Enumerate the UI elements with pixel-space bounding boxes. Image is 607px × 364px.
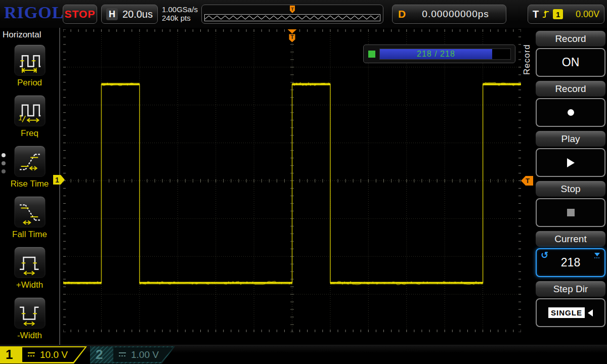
rise-time-button[interactable] [14,146,46,177]
trigger-position-icon: T [289,6,296,16]
menu-item-label: -Width [0,331,59,341]
menu-item-label: Period [0,78,59,88]
delay-label: D [398,8,406,20]
rigol-logo: RIGOL [4,3,64,22]
softkey-label: Play [536,131,605,147]
minus-width-button[interactable] [14,297,46,329]
trigger-source-badge: 1 [553,9,563,19]
run-state-indicator: STOP [63,5,97,24]
current-frame-value: 218 [561,256,580,269]
softkey-label: Stop [536,181,605,197]
channel1-number: 1 [6,347,13,362]
channel2-badge[interactable]: 2 1.00 V [90,346,175,363]
fall-time-icon [17,199,42,224]
channel1-scale: 10.0 V [40,349,68,360]
page-indicator-dot [2,161,6,165]
sample-rate: 1.00GSa/s [162,5,198,14]
waveform-preview: T [201,5,383,24]
channel1-badge[interactable]: 1 10.0 V [0,346,87,363]
plus-width-icon [17,250,42,275]
channel1-readout: 10.0 V [22,347,85,362]
channel2-number: 2 [96,347,103,362]
left-menu-title: Horizontal [3,30,41,40]
freq-button[interactable]: 1 [14,95,46,126]
recording-indicator [368,51,375,58]
menu-item-label: Freq [0,128,59,139]
period-button[interactable] [14,44,46,76]
trigger-label: T [533,9,539,20]
softkey-label: Step Dir [536,281,605,297]
svg-text:1: 1 [55,176,59,184]
left-arrow-icon [588,309,593,316]
knob-loop-icon: ↺ [541,250,548,261]
svg-text:T: T [526,177,530,185]
svg-text:T: T [290,34,294,40]
step-dir-button[interactable]: SINGLE [536,298,605,327]
menu-item-fall-time: Fall Time [0,196,59,240]
softkey-step-dir: Step Dir SINGLE [536,281,605,327]
softkey-record: Record [536,81,605,127]
record-button[interactable] [536,98,605,127]
run-state-label: STOP [65,8,96,20]
menu-item-label: Rise Time [0,179,59,189]
horizontal-measure-menu: Horizontal Period 1 [0,28,60,345]
timebase-chip: H 20.0us [101,5,158,24]
record-onoff-button[interactable]: ON [536,48,605,77]
menu-item-rise-time: Rise Time [0,146,59,189]
page-indicator-dot [2,153,6,157]
softkey-value: ON [562,56,580,69]
rising-edge-icon [542,10,549,19]
channel2-scale: 1.00 V [131,349,159,360]
set-value-icon [593,252,601,259]
menu-item-plus-width: +Width [0,247,59,290]
delay-value: 0.00000000ps [411,9,500,20]
graticule: 218 / 218 [63,29,521,332]
stop-icon [567,209,575,216]
horizontal-label: H [106,8,118,20]
softkey-label: Record [536,81,605,97]
period-icon [17,48,42,73]
record-menu: Record ON Record Play Stop Current [534,28,607,345]
softkey-stop: Stop [536,181,605,227]
softkey-label: Current [536,231,605,247]
channel1-level-marker: 1 [53,175,65,187]
acquisition-info: 1.00GSa/s 240k pts [162,5,198,22]
menu-item-label: Fall Time [0,230,59,240]
page-indicator-dot [2,169,6,173]
menu-item-label: +Width [0,280,59,290]
record-dot-icon [568,109,574,116]
rise-time-icon [17,149,42,174]
fall-time-button[interactable] [14,196,46,228]
dc-coupling-icon [27,351,36,358]
memory-depth: 240k pts [162,14,198,22]
play-icon [567,158,575,167]
progress-bar: 218 / 218 [379,49,511,60]
trigger-level-value: 0.00V [567,9,599,20]
trigger-position-marker: T [287,29,297,45]
svg-text:T: T [291,7,294,12]
trigger-chip: T 1 0.00V [528,5,604,24]
stop-button[interactable] [536,198,605,227]
menu-item-period: Period [0,44,59,88]
freq-icon: 1 [17,98,42,123]
plus-width-button[interactable] [14,247,46,278]
waveform-plot [63,29,521,332]
delay-chip: D 0.00000000ps [392,5,506,24]
softkey-current: Current ↺ 218 [536,231,605,277]
status-bar: 1 10.0 V 2 1.00 V [0,345,607,364]
progress-fill: 218 / 218 [380,49,492,59]
step-dir-value: SINGLE [548,307,585,318]
softkey-record-onoff: Record ON [536,31,605,77]
trigger-level-marker: T [521,176,533,188]
current-frame-field[interactable]: ↺ 218 [536,248,605,277]
progress-text: 218 / 218 [417,50,455,59]
minus-width-icon [17,300,42,326]
play-button[interactable] [536,148,605,177]
svg-text:1: 1 [18,114,22,122]
menu-item-freq: 1 Freq [0,95,59,139]
channel2-readout: 1.00 V [113,347,173,362]
softkey-label: Record [536,31,605,47]
top-bar: RIGOL STOP H 20.0us 1.00GSa/s 240k pts T [0,0,607,28]
record-menu-tab: Record [522,39,533,80]
softkey-play: Play [536,131,605,177]
